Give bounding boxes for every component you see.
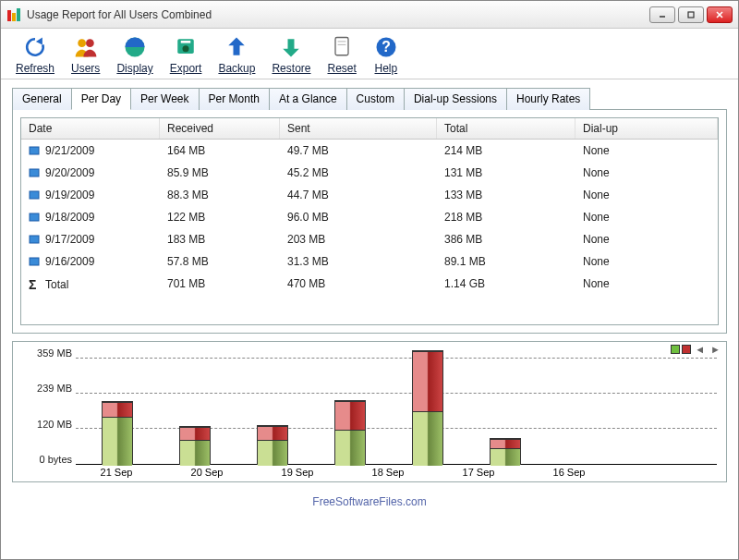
table-total-row[interactable]: ΣTotal701 MB470 MB1.14 GBNone	[21, 273, 718, 297]
chart-x-label: 17 Sep	[456, 467, 501, 481]
maximize-button[interactable]	[678, 6, 704, 23]
svg-rect-4	[688, 12, 694, 18]
svg-rect-2	[17, 8, 20, 21]
footer-watermark: FreeSoftwareFiles.com	[1, 493, 738, 510]
tab-per-month[interactable]: Per Month	[199, 88, 270, 110]
backup-button[interactable]: Backup	[218, 34, 255, 75]
close-button[interactable]	[707, 6, 733, 23]
tab-per-week[interactable]: Per Week	[130, 88, 199, 110]
chart-panel: ◄ ► 359 MB239 MB120 MB0 bytes 21 Sep20 S…	[12, 341, 727, 482]
table-row[interactable]: 9/18/2009122 MB96.0 MB218 MBNone	[21, 206, 718, 228]
chart-y-labels: 359 MB239 MB120 MB0 bytes	[22, 347, 76, 481]
reset-button[interactable]: Reset	[327, 34, 356, 75]
column-header[interactable]: Sent	[280, 118, 437, 139]
restore-icon	[278, 34, 304, 60]
svg-rect-20	[30, 191, 39, 199]
svg-rect-23	[30, 258, 39, 265]
tab-dial-up-sessions[interactable]: Dial-up Sessions	[404, 88, 507, 110]
toolbar-label: Reset	[327, 62, 356, 75]
column-header[interactable]: Dial-up	[575, 118, 718, 139]
svg-point-8	[86, 39, 94, 47]
svg-rect-21	[30, 213, 39, 221]
table-row[interactable]: 9/17/2009183 MB203 MB386 MBNone	[21, 228, 718, 250]
chart-bar	[102, 401, 133, 465]
chart-x-label: 18 Sep	[366, 467, 410, 481]
tab-at-a-glance[interactable]: At a Glance	[269, 88, 347, 110]
chart-x-label: 21 Sep	[94, 467, 139, 481]
chart-x-label: 20 Sep	[185, 467, 229, 481]
table-row[interactable]: 9/16/200957.8 MB31.3 MB89.1 MBNone	[21, 250, 718, 273]
chart-x-label: 16 Sep	[547, 467, 591, 481]
toolbar: RefreshUsersDisplayExportBackupRestoreRe…	[1, 29, 738, 79]
chart-bar	[179, 426, 211, 465]
minimize-button[interactable]	[649, 6, 675, 23]
tabstrip: GeneralPer DayPer WeekPer MonthAt a Glan…	[12, 87, 727, 109]
toolbar-label: Restore	[272, 62, 310, 75]
chart-bar	[334, 400, 366, 465]
tab-per-day[interactable]: Per Day	[71, 88, 131, 110]
svg-rect-18	[30, 147, 39, 154]
tab-hourly-rates[interactable]: Hourly Rates	[506, 88, 590, 110]
toolbar-label: Users	[71, 62, 100, 75]
toolbar-label: Backup	[218, 62, 255, 75]
backup-icon	[224, 34, 249, 60]
column-header[interactable]: Date	[21, 118, 160, 139]
toolbar-label: Help	[375, 62, 398, 75]
export-icon	[173, 34, 199, 60]
chart-bar	[412, 350, 443, 465]
table-row[interactable]: 9/19/200988.3 MB44.7 MB133 MBNone	[21, 184, 718, 206]
window-title: Usage Report for All Users Combined	[27, 8, 649, 21]
svg-rect-1	[12, 13, 16, 21]
svg-rect-0	[7, 10, 11, 21]
chart-bar	[490, 438, 521, 465]
svg-text:?: ?	[382, 39, 391, 55]
svg-rect-22	[30, 236, 39, 243]
svg-point-7	[78, 39, 86, 47]
reset-icon	[329, 34, 355, 60]
svg-point-12	[183, 45, 189, 52]
toolbar-label: Refresh	[16, 62, 55, 75]
display-button[interactable]: Display	[116, 34, 152, 75]
restore-button[interactable]: Restore	[272, 34, 310, 75]
refresh-icon	[22, 34, 48, 60]
help-button[interactable]: ?Help	[373, 34, 399, 75]
chart-bar	[257, 425, 288, 465]
svg-rect-11	[181, 41, 191, 43]
column-header[interactable]: Received	[160, 118, 280, 139]
titlebar: Usage Report for All Users Combined	[1, 1, 738, 29]
display-icon	[122, 34, 148, 60]
app-icon	[6, 7, 21, 22]
users-button[interactable]: Users	[71, 34, 100, 75]
chart-plot: 21 Sep20 Sep19 Sep18 Sep17 Sep16 Sep	[76, 347, 717, 481]
usage-table: DateReceivedSentTotalDial-up 9/21/200916…	[20, 117, 719, 325]
tab-custom[interactable]: Custom	[346, 88, 405, 110]
users-icon	[73, 34, 99, 60]
table-body: 9/21/2009164 MB49.7 MB214 MBNone9/20/200…	[21, 140, 718, 324]
toolbar-label: Display	[116, 62, 152, 75]
export-button[interactable]: Export	[170, 34, 202, 75]
column-header[interactable]: Total	[437, 118, 575, 139]
tab-general[interactable]: General	[12, 88, 72, 110]
table-header: DateReceivedSentTotalDial-up	[21, 118, 718, 140]
svg-rect-13	[335, 38, 348, 55]
help-icon: ?	[373, 34, 399, 60]
chart-x-label: 19 Sep	[275, 467, 320, 481]
table-row[interactable]: 9/20/200985.9 MB45.2 MB131 MBNone	[21, 162, 718, 184]
toolbar-label: Export	[170, 62, 202, 75]
refresh-button[interactable]: Refresh	[16, 34, 55, 75]
table-row[interactable]: 9/21/2009164 MB49.7 MB214 MBNone	[21, 140, 718, 162]
table-panel: DateReceivedSentTotalDial-up 9/21/200916…	[12, 109, 727, 334]
svg-rect-19	[30, 169, 39, 177]
